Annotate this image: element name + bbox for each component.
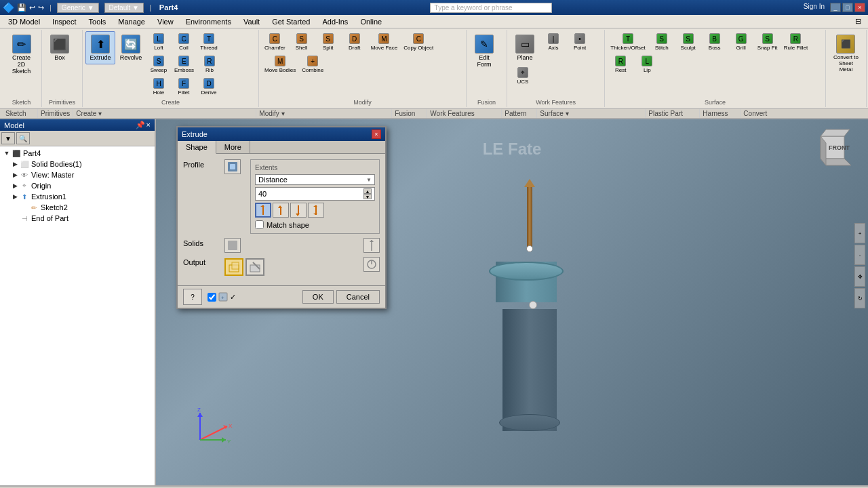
- hole-btn[interactable]: HHole: [146, 76, 171, 98]
- orbit-btn[interactable]: ↻: [854, 288, 865, 308]
- ribbon-toggle[interactable]: ⊟: [851, 17, 865, 26]
- tree-item-extrusion1[interactable]: ▶ ⬆ Extrusion1: [1, 191, 153, 202]
- sweep-btn[interactable]: SSweep: [146, 54, 171, 75]
- rest-btn[interactable]: RRest: [608, 54, 633, 75]
- coil-btn[interactable]: CCoil: [172, 31, 196, 53]
- match-shape-checkbox[interactable]: [255, 220, 264, 229]
- viewport[interactable]: FRONT: [156, 119, 868, 485]
- dir-btn-neg[interactable]: [290, 203, 307, 218]
- solids-select-btn[interactable]: [224, 238, 241, 253]
- tree-item-sketch2[interactable]: ✏ Sketch2: [1, 202, 153, 213]
- filter-btn[interactable]: ▼: [1, 132, 15, 144]
- sculpt-btn[interactable]: SSculpt: [675, 31, 701, 53]
- chamfer-btn[interactable]: CChamfer: [262, 31, 288, 53]
- combine-btn[interactable]: +Combine: [299, 54, 326, 75]
- distance-spin[interactable]: ▲ ▼: [363, 188, 372, 199]
- menu-manage[interactable]: Manage: [113, 16, 151, 27]
- panel-close-btn[interactable]: ×: [146, 121, 151, 129]
- loft-btn[interactable]: LLoft: [146, 31, 171, 53]
- edit-form-btn[interactable]: ✎ EditForm: [469, 31, 499, 71]
- emboss-btn[interactable]: EEmboss: [172, 54, 197, 75]
- quick-redo[interactable]: ↪: [38, 3, 44, 12]
- copy-obj-btn[interactable]: CCopy Object: [401, 31, 436, 53]
- stitch-btn[interactable]: SStitch: [649, 31, 675, 53]
- sign-in-btn[interactable]: Sign In: [804, 3, 825, 12]
- tree-item-part4[interactable]: ▼ ⬛ Part4: [1, 148, 153, 159]
- plane-btn[interactable]: ▭ Plane: [510, 31, 540, 64]
- titlebar-left: 🔷 💾 ↩ ↪ | Generic ▼ Default ▼ | Part4: [3, 2, 178, 13]
- derive-btn[interactable]: DDerive: [197, 76, 221, 98]
- shell-btn[interactable]: SShell: [289, 31, 315, 53]
- dialog-tab-more[interactable]: More: [216, 141, 250, 153]
- snap-fit-btn[interactable]: SSnap Fit: [755, 31, 781, 53]
- tree-item-origin[interactable]: ▶ ⌖ Origin: [1, 180, 153, 191]
- cancel-button[interactable]: Cancel: [336, 290, 380, 304]
- profile-selector[interactable]: Generic ▼: [57, 3, 99, 13]
- create-2d-sketch-btn[interactable]: ✏ Create2D Sketch: [4, 31, 39, 78]
- revolve-btn[interactable]: 🔄 Revolve: [116, 31, 146, 64]
- menu-environments[interactable]: Environments: [180, 16, 237, 27]
- minimize-btn[interactable]: _: [830, 3, 841, 12]
- zoom-out-btn[interactable]: -: [854, 245, 865, 265]
- spin-up[interactable]: ▲: [363, 188, 372, 194]
- grill-btn[interactable]: GGrill: [728, 31, 754, 53]
- new-solid-btn[interactable]: [224, 258, 243, 276]
- extrude-btn[interactable]: ⬆ Extrude: [85, 31, 115, 64]
- search-bar[interactable]: Type a keyword or phrase: [430, 3, 552, 13]
- help-btn[interactable]: ?: [183, 289, 202, 305]
- ok-button[interactable]: OK: [302, 290, 334, 304]
- menu-view[interactable]: View: [152, 16, 179, 27]
- pan-btn[interactable]: ✥: [854, 266, 865, 287]
- style-selector[interactable]: Default ▼: [104, 3, 144, 13]
- direction-icon-btn[interactable]: [363, 238, 380, 253]
- menu-tools[interactable]: Tools: [83, 16, 112, 27]
- split-btn[interactable]: SSplit: [315, 31, 341, 53]
- menu-3dmodel[interactable]: 3D Model: [3, 16, 45, 27]
- axis-btn[interactable]: |Axis: [540, 31, 566, 53]
- menu-getstarted[interactable]: Get Started: [267, 16, 315, 27]
- extent-type-select[interactable]: Distance ▼: [255, 174, 375, 185]
- dir-btn-sym1[interactable]: [255, 203, 271, 218]
- find-btn[interactable]: 🔍: [16, 132, 30, 144]
- thread-btn[interactable]: TThread: [197, 31, 221, 53]
- menu-inspect[interactable]: Inspect: [47, 16, 81, 27]
- viewcube[interactable]: FRONT: [807, 126, 854, 174]
- spin-down[interactable]: ▼: [363, 194, 372, 199]
- dir-btn-pos[interactable]: [273, 203, 289, 218]
- viewcube-svg[interactable]: FRONT: [807, 126, 854, 174]
- lip-btn[interactable]: LLip: [634, 54, 660, 75]
- draft-btn[interactable]: DDraft: [342, 31, 368, 53]
- quick-undo[interactable]: ↩: [29, 3, 35, 12]
- menu-vault[interactable]: Vault: [238, 16, 265, 27]
- ucs-btn[interactable]: ⌖UCS: [510, 65, 536, 87]
- tree-item-end-of-part[interactable]: ⊣ End of Part: [1, 213, 153, 224]
- cut-btn[interactable]: [245, 258, 264, 276]
- rule-fillet-btn[interactable]: RRule Fillet: [781, 31, 811, 53]
- boss-btn[interactable]: BBoss: [702, 31, 728, 53]
- rib-btn[interactable]: RRib: [197, 54, 222, 75]
- dir-btn-sym2[interactable]: [308, 203, 324, 218]
- maximize-btn[interactable]: □: [842, 3, 853, 12]
- fillet-btn[interactable]: FFillet: [172, 76, 196, 98]
- move-face-btn[interactable]: MMove Face: [368, 31, 401, 53]
- dialog-tab-shape[interactable]: Shape: [178, 141, 216, 154]
- dialog-titlebar[interactable]: Extrude ×: [178, 127, 385, 141]
- thicken-btn[interactable]: TThicken/Offset: [608, 31, 648, 53]
- dialog-close-btn[interactable]: ×: [372, 129, 381, 139]
- tree-item-view[interactable]: ▶ 👁 View: Master: [1, 169, 153, 180]
- profile-select-btn[interactable]: [224, 159, 241, 174]
- distance-input[interactable]: 40 ▲ ▼: [255, 187, 375, 201]
- match-dir-icon-btn[interactable]: [363, 257, 380, 272]
- menu-online[interactable]: Online: [355, 16, 387, 27]
- zoom-btn[interactable]: +: [854, 223, 865, 243]
- panel-pin-btn[interactable]: 📌: [136, 121, 145, 129]
- point-btn[interactable]: •Point: [567, 31, 593, 53]
- move-bodies-btn[interactable]: MMove Bodies: [262, 54, 298, 75]
- convert-sheet-metal-btn[interactable]: ⬛ Convert toSheet Metal: [829, 31, 863, 76]
- ok-on-accept-checkbox[interactable]: [208, 293, 216, 302]
- quick-save[interactable]: 💾: [17, 3, 26, 12]
- close-btn[interactable]: ×: [854, 3, 865, 12]
- box-btn[interactable]: ⬛ Box: [45, 31, 75, 64]
- menu-addins[interactable]: Add-Ins: [317, 16, 353, 27]
- tree-item-solid-bodies[interactable]: ▶ ⬜ Solid Bodies(1): [1, 159, 153, 169]
